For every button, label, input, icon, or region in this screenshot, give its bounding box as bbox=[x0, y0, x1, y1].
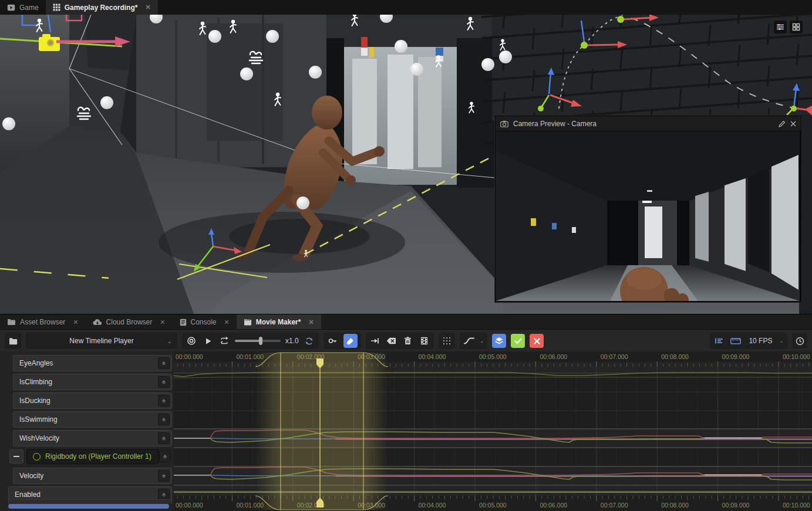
layers-icon bbox=[495, 337, 503, 345]
edit-camera-button[interactable] bbox=[779, 120, 786, 127]
ruler-label-top: 00:06.000 bbox=[540, 353, 567, 360]
camera-preview-panel[interactable]: Camera Preview - Camera bbox=[495, 116, 801, 302]
snap-grid-button[interactable] bbox=[439, 333, 455, 349]
lock-track-button[interactable] bbox=[158, 395, 170, 407]
sound-sphere-gizmo[interactable] bbox=[410, 63, 423, 76]
brush-record-button[interactable] bbox=[343, 334, 358, 348]
track-row-isswimming[interactable]: IsSwimming bbox=[13, 411, 172, 428]
edit-group bbox=[366, 333, 434, 349]
timeline-player-dropdown[interactable]: New Timeline Player ⌄ bbox=[26, 333, 177, 349]
sound-sphere-gizmo[interactable] bbox=[395, 40, 407, 53]
camera-preview-render bbox=[496, 131, 800, 301]
sound-sphere-gizmo[interactable] bbox=[481, 58, 494, 71]
lock-track-button[interactable] bbox=[158, 414, 170, 425]
timeline-lanes[interactable]: 00:00.00000:00.00000:01.00000:01.00000:0… bbox=[174, 351, 812, 511]
ruler-label-bottom: 00:09.000 bbox=[722, 502, 750, 509]
sound-sphere-gizmo[interactable] bbox=[309, 66, 322, 79]
sound-sphere-gizmo[interactable] bbox=[2, 117, 15, 130]
panel-tab-movie-maker[interactable]: Movie Maker*✕ bbox=[237, 314, 321, 330]
component-circle-icon bbox=[33, 453, 41, 461]
time-options-button[interactable] bbox=[792, 333, 807, 348]
track-row-wishvelocity[interactable]: WishVelocity bbox=[13, 430, 172, 446]
ruler-label-top: 00:09.000 bbox=[722, 353, 750, 360]
loop-button[interactable] bbox=[218, 335, 230, 347]
keyframe-button[interactable] bbox=[327, 335, 339, 347]
lock-track-button[interactable] bbox=[159, 451, 171, 462]
ruler-label-bottom: 00:04.000 bbox=[419, 502, 446, 509]
panel-tab-console[interactable]: Console✕ bbox=[173, 314, 237, 330]
delete-button[interactable] bbox=[402, 335, 414, 347]
ruler-label-bottom: 00:08.000 bbox=[661, 502, 689, 509]
track-row-eyeangles[interactable]: EyeAngles bbox=[13, 355, 172, 371]
lock-track-button[interactable] bbox=[158, 470, 170, 482]
track-group-rigidbody-on-player-controller-1[interactable]: Rigidbody on (Player Controller 1) bbox=[9, 449, 172, 464]
grid-layout-icon bbox=[792, 23, 800, 31]
panel-tab-asset-browser[interactable]: Asset Browser✕ bbox=[0, 314, 86, 330]
sync-button[interactable] bbox=[304, 335, 315, 347]
record-button[interactable] bbox=[186, 335, 197, 347]
ruler-label-bottom: 00:06.000 bbox=[540, 502, 567, 509]
folder-icon bbox=[7, 319, 16, 326]
viewport-3d[interactable]: Camera Preview - Camera bbox=[0, 15, 812, 314]
film-button[interactable] bbox=[419, 335, 430, 347]
fps-group[interactable]: 10 FPS ⌄ bbox=[710, 333, 787, 349]
camera-preview-title: Camera Preview - Camera bbox=[513, 120, 597, 128]
partial-track-row bbox=[8, 499, 172, 504]
open-timeline-button[interactable] bbox=[5, 333, 21, 349]
interpolation-group[interactable]: ⌄ bbox=[460, 333, 488, 349]
lock-track-button[interactable] bbox=[158, 357, 170, 369]
timeline-panel: EyeAnglesIsClimbingIsDuckingIsSwimmingWi… bbox=[0, 351, 812, 511]
layers-button[interactable] bbox=[492, 334, 506, 348]
selection-region[interactable] bbox=[255, 353, 388, 510]
sound-sphere-gizmo[interactable] bbox=[297, 197, 309, 209]
close-tab-icon[interactable]: ✕ bbox=[308, 319, 314, 326]
viewport-buttons bbox=[774, 21, 803, 33]
track-row-isducking[interactable]: IsDucking bbox=[13, 392, 172, 409]
goto-playhead-button[interactable] bbox=[369, 335, 381, 347]
apply-button[interactable] bbox=[511, 334, 525, 348]
sound-sphere-gizmo[interactable] bbox=[266, 30, 279, 43]
ruler-label-top: 00:07.000 bbox=[601, 353, 628, 360]
close-preview-button[interactable] bbox=[790, 121, 796, 127]
close-tab-icon[interactable]: ✕ bbox=[73, 319, 78, 326]
viewport-layout-button[interactable] bbox=[790, 21, 803, 33]
track-panel-scrollbar[interactable] bbox=[8, 504, 169, 509]
clear-button[interactable] bbox=[386, 335, 397, 347]
top-tab-gameplay-recording[interactable]: Gameplay Recording*✕ bbox=[46, 0, 158, 15]
viewport-settings-button[interactable] bbox=[774, 21, 787, 33]
grid-icon bbox=[53, 4, 60, 11]
clock-icon bbox=[796, 337, 804, 346]
ruler-label-bottom: 00:10.000 bbox=[783, 502, 810, 509]
ruler-label-top: 00:05.000 bbox=[479, 353, 507, 360]
timeline-player-value: New Timeline Player bbox=[69, 337, 133, 345]
discard-button[interactable] bbox=[530, 334, 544, 348]
top-tab-game[interactable]: Game bbox=[0, 0, 46, 15]
folder-icon bbox=[9, 337, 18, 345]
panel-tab-cloud-browser[interactable]: Cloud Browser✕ bbox=[86, 314, 173, 330]
lock-track-button[interactable] bbox=[158, 376, 170, 388]
ruler-label-bottom: 00:07.000 bbox=[601, 502, 628, 509]
close-tab-icon[interactable]: ✕ bbox=[145, 4, 150, 11]
sliders-icon bbox=[776, 23, 784, 31]
ruler-label-top: 00:10.000 bbox=[783, 353, 810, 360]
play-button[interactable] bbox=[202, 335, 214, 347]
sound-sphere-gizmo[interactable] bbox=[208, 30, 221, 43]
close-tab-icon[interactable]: ✕ bbox=[160, 319, 165, 326]
lock-track-button[interactable] bbox=[158, 489, 170, 500]
sound-sphere-gizmo[interactable] bbox=[499, 50, 512, 63]
sound-sphere-gizmo[interactable] bbox=[100, 96, 113, 109]
playback-speed-slider[interactable] bbox=[235, 337, 281, 345]
track-row-velocity[interactable]: Velocity bbox=[13, 468, 172, 484]
chevron-down-icon: ⌄ bbox=[779, 338, 784, 344]
camera-preview-titlebar[interactable]: Camera Preview - Camera bbox=[496, 116, 801, 131]
sound-sphere-gizmo[interactable] bbox=[240, 67, 253, 80]
close-tab-icon[interactable]: ✕ bbox=[224, 319, 230, 326]
collapse-group-button[interactable] bbox=[9, 449, 23, 463]
group-pill[interactable]: Rigidbody on (Player Controller 1) bbox=[26, 449, 159, 464]
keyframe-group bbox=[324, 333, 361, 349]
top-tab-bar: GameGameplay Recording*✕ bbox=[0, 0, 812, 15]
fps-value: 10 FPS bbox=[746, 337, 774, 345]
lock-track-button[interactable] bbox=[158, 432, 170, 444]
track-list: EyeAnglesIsClimbingIsDuckingIsSwimmingWi… bbox=[0, 351, 174, 511]
track-row-isclimbing[interactable]: IsClimbing bbox=[13, 374, 172, 390]
